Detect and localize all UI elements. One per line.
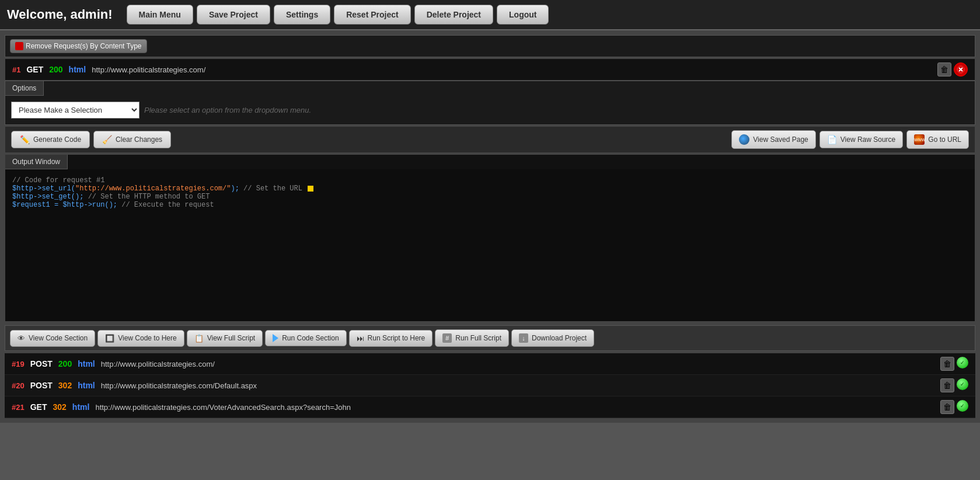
settings-button[interactable]: Settings [274,5,330,25]
options-tab: Options [5,81,44,96]
view-full-script-button[interactable]: 📋 View Full Script [187,330,263,347]
www-icon: www [914,134,925,145]
logout-button[interactable]: Logout [497,5,549,25]
trash-19[interactable]: 🗑 [940,357,954,371]
save-project-button[interactable]: Save Project [197,5,270,25]
go-to-url-button[interactable]: www Go to URL [906,130,969,149]
output-tab: Output Window [5,155,68,169]
req-url-20: http://www.politicalstrategies.com/Defau… [101,381,934,390]
options-select[interactable]: Please Make a Selection [11,102,139,119]
request-row-21: #21 GET 302 html http://www.politicalstr… [5,396,975,418]
download-icon: ↓ [519,333,528,343]
delete-project-button[interactable]: Delete Project [414,5,493,25]
view-saved-page-button[interactable]: View Saved Page [731,130,816,149]
reset-project-button[interactable]: Reset Project [334,5,410,25]
header-nav: Main Menu Save Project Settings Reset Pr… [127,5,973,25]
options-hint: Please select an option from the dropdow… [144,106,311,114]
req-type-21: html [72,402,90,412]
main-content: Remove Request(s) By Content Type #1 GET… [0,30,980,423]
req-actions-20: 🗑 ✓ [940,378,968,392]
req-status-20: 302 [58,381,72,390]
req-actions-19: 🗑 ✓ [940,357,968,371]
request-actions: 🗑 [937,62,968,76]
play-icon [273,334,278,342]
app-title: Welcome, admin! [7,7,113,22]
run-code-section-button[interactable]: Run Code Section [265,330,346,346]
options-row: Please Make a Selection Please select an… [11,102,969,119]
view-code-section-button[interactable]: 👁 View Code Section [10,330,95,347]
req-actions-21: 🗑 ✓ [940,400,968,414]
main-menu-button[interactable]: Main Menu [127,5,193,25]
trash-21[interactable]: 🗑 [940,400,954,414]
req-num-20: #20 [12,381,25,390]
green-circle-19: ✓ [957,357,968,368]
req-type-20: html [78,381,95,390]
req-method-20: POST [30,381,53,390]
run-script-to-here-button[interactable]: ⏭ Run Script to Here [349,330,433,347]
request-method: GET [26,65,43,74]
options-panel: Options Please Make a Selection Please s… [5,81,975,125]
request-url: http://www.politicalstrategies.com/ [92,65,932,74]
script-icon: 📋 [194,334,204,343]
req-method-19: POST [30,359,53,368]
eraser-icon: 🧹 [102,135,112,144]
view-raw-source-button[interactable]: 📄 View Raw Source [819,131,904,148]
yellow-square-icon [308,186,313,192]
code-line-4: $request1 = $http->run(); // Execute the… [12,201,968,209]
eye-icon: 👁 [18,334,25,343]
bottom-toolbar: 👁 View Code Section 🔲 View Code to Here … [5,325,975,351]
request-row-1: #1 GET 200 html http://www.politicalstra… [5,58,975,81]
req-status-21: 302 [53,402,66,412]
run-full-script-button[interactable]: # Run Full Script [435,329,509,347]
view-code-to-here-button[interactable]: 🔲 View Code to Here [97,330,184,347]
green-circle-20: ✓ [957,378,968,390]
remove-requests-button[interactable]: Remove Request(s) By Content Type [10,39,147,53]
code-line-3: $http->set_get(); // Set the HTTP method… [12,193,968,201]
req-url-21: http://www.politicalstrategies.com/Voter… [95,403,934,412]
skip-icon: ⏭ [357,334,364,343]
req-url-19: http://www.politicalstrategies.com/ [101,360,934,368]
output-body: // Code for request #1 $http->set_url("h… [5,169,975,321]
req-type-19: html [78,359,95,368]
request-row-20: #20 POST 302 html http://www.politicalst… [5,375,975,396]
request-number: #1 [12,65,20,74]
hash-icon: # [442,333,452,343]
pencil-icon: ✏️ [20,135,30,144]
req-status-19: 200 [58,359,72,368]
request-row-19: #19 POST 200 html http://www.politicalst… [5,353,975,375]
request-type: html [69,65,86,74]
eye-grid-icon: 🔲 [105,334,114,343]
request-status: 200 [49,65,62,74]
output-panel: Output Window // Code for request #1 $ht… [5,154,975,322]
download-project-button[interactable]: ↓ Download Project [511,329,594,347]
req-method-21: GET [30,402,47,412]
trash-button[interactable]: 🗑 [937,62,951,76]
header: Welcome, admin! Main Menu Save Project S… [0,0,980,30]
req-num-21: #21 [12,403,25,412]
generate-code-button[interactable]: ✏️ Generate Code [11,131,90,148]
code-line-1: // Code for request #1 [12,176,968,185]
trash-20[interactable]: 🗑 [940,378,954,392]
globe-icon [739,134,749,145]
remove-icon [15,42,23,50]
action-row: ✏️ Generate Code 🧹 Clear Changes View Sa… [5,126,975,153]
req-num-19: #19 [12,360,25,368]
remove-bar: Remove Request(s) By Content Type [5,35,975,57]
code-line-2: $http->set_url("http://www.politicalstra… [12,185,968,193]
green-circle-21: ✓ [957,400,968,412]
doc-icon: 📄 [827,135,837,144]
clear-changes-button[interactable]: 🧹 Clear Changes [93,131,171,148]
delete-button[interactable] [954,62,968,76]
options-body: Please Make a Selection Please select an… [5,96,975,124]
request-list: #19 POST 200 html http://www.politicalst… [5,353,975,418]
